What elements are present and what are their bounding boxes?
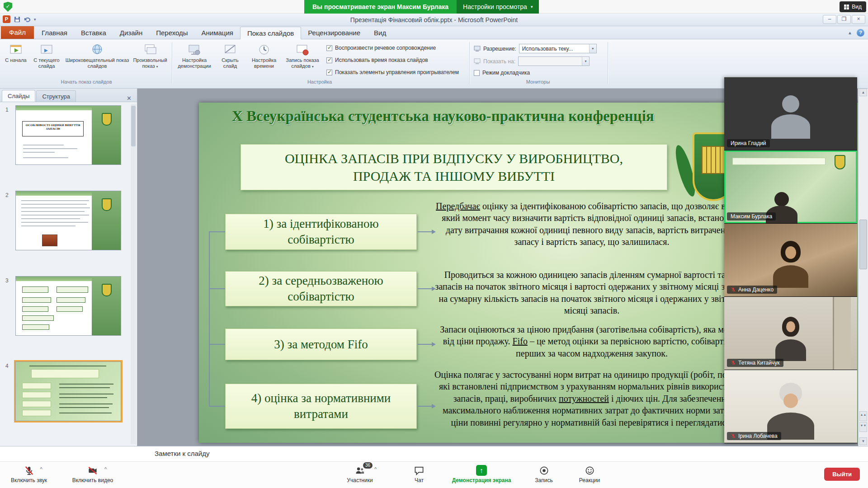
scroll-up-icon[interactable]: ▲ (859, 89, 867, 96)
method-description-3[interactable]: Запаси оцінюються за ціною придбання (за… (434, 324, 750, 359)
show-on-select[interactable]: ▾ (518, 56, 590, 66)
editor-scrollbar[interactable]: ▲ ▲▲ ▼▼ ▼ (858, 89, 868, 446)
broadcast-slideshow-button[interactable]: Широковещательный показ слайдов (65, 41, 129, 69)
arrow-right-icon (418, 406, 432, 407)
arrow-right-icon (418, 288, 432, 289)
unmute-button[interactable]: ^ Включить звук (2, 465, 56, 483)
close-panel-icon[interactable]: ✕ (123, 95, 135, 102)
next-slide-button[interactable]: ▼▼ (859, 422, 867, 432)
save-icon[interactable] (14, 16, 20, 23)
slide-header-title[interactable]: X Всеукраїнська студентська науково-прак… (208, 108, 678, 125)
view-options-dropdown[interactable]: Настройки просмотра ▾ (457, 0, 539, 14)
participant-tile-2-active-speaker[interactable]: Максим Бурлака (724, 150, 857, 224)
restore-button[interactable]: ❐ (837, 15, 851, 24)
from-current-slide-button[interactable]: С текущего слайда (29, 41, 64, 69)
thumb-decor (29, 366, 106, 366)
scroll-down-icon[interactable]: ▼ (859, 437, 867, 445)
custom-show-icon (143, 43, 157, 56)
checkbox-play-narrations[interactable]: Воспроизвести речевое сопровождение (326, 45, 436, 51)
slide-thumbnail-1[interactable]: ОСОБЛИВОСТІ ОЦІНКИ ВИБУТТЯ ЗАПАСІВ (15, 105, 121, 165)
close-button[interactable]: × (852, 15, 865, 24)
thumb-decor (59, 387, 110, 388)
hide-slide-button[interactable]: Скрыть слайд (215, 41, 245, 69)
reactions-button[interactable]: Реакции (574, 465, 605, 483)
thumb-emblem (102, 198, 112, 211)
undo-icon[interactable] (24, 16, 30, 23)
person-silhouette (774, 192, 789, 206)
custom-slideshow-button[interactable]: Произвольный показ ▾ (130, 41, 170, 70)
participants-button[interactable]: 36 ^ Участники (335, 465, 385, 483)
start-video-button[interactable]: ^ Включить видео (66, 465, 119, 483)
group-divider (172, 42, 172, 84)
viewing-screen-label: Вы просматриваете экран Максим Бурлака (304, 0, 457, 14)
chat-button[interactable]: Чат (406, 465, 433, 483)
view-button[interactable]: Вид (840, 1, 866, 12)
method-box-3[interactable]: 3) за методом Fifo (225, 328, 417, 360)
slide-thumbnail-2[interactable] (15, 191, 121, 250)
participant-tile-5[interactable]: Ірина Лобачева (724, 370, 857, 443)
tab-slideshow[interactable]: Показ слайдов (240, 27, 301, 39)
tab-review[interactable]: Рецензирование (301, 27, 367, 39)
checkbox-icon (326, 45, 332, 51)
minimize-button[interactable]: – (823, 15, 836, 24)
participant-tile-3[interactable]: Анна Даценко (724, 224, 857, 297)
thumb-decor (23, 148, 77, 149)
previous-slide-button[interactable]: ▲▲ (859, 411, 867, 421)
checkbox-use-timings[interactable]: Использовать время показа слайдов (326, 57, 428, 63)
slide-title-box[interactable]: ОЦІНКА ЗАПАСІВ ПРИ ВІДПУСКУ У ВИРОБНИЦТВ… (241, 144, 667, 190)
thumb-decor (21, 204, 87, 205)
record-slideshow-button[interactable]: Запись показа слайдов ▾ (283, 41, 322, 70)
tab-insert[interactable]: Вставка (74, 27, 113, 39)
chevron-down-icon: ▾ (531, 0, 533, 14)
tab-view[interactable]: Вид (367, 27, 393, 39)
thumb-emblem (102, 113, 112, 126)
thumb-decor (23, 145, 64, 145)
from-beginning-button[interactable]: С начала (4, 41, 28, 63)
method-description-2[interactable]: Проводиться за кожною одиницею запасів д… (434, 269, 750, 317)
checkbox-icon (326, 57, 332, 63)
rehearse-timings-button[interactable]: Настройка времени (247, 41, 281, 69)
minimize-ribbon-icon[interactable]: ▲ (848, 30, 852, 35)
leave-meeting-button[interactable]: Выйти (824, 468, 860, 481)
notes-area[interactable]: Заметки к слайду (0, 446, 868, 461)
tab-slides[interactable]: Слайды (2, 90, 35, 102)
zoom-toolbar: ^ Включить звук ^ Включить видео 36 ^ Уч… (0, 461, 868, 488)
share-screen-button[interactable]: ↑ Демонстрация экрана (445, 465, 518, 483)
method-description-4[interactable]: Оцінка полягає у застосуванні норм витра… (434, 369, 750, 428)
help-icon[interactable]: ? (857, 29, 864, 37)
setup-show-button[interactable]: Настройка демонстрации (175, 41, 213, 69)
tab-file[interactable]: Файл (1, 26, 34, 39)
method-box-1[interactable]: 1) за ідентифікованою собівартістю (225, 214, 417, 250)
chevron-up-icon[interactable]: ^ (40, 466, 42, 472)
method-box-4[interactable]: 4) оцінка за нормативними витратами (225, 384, 417, 429)
tab-outline[interactable]: Структура (36, 90, 76, 102)
record-button[interactable]: Запись (530, 465, 557, 483)
tab-animations[interactable]: Анимация (195, 27, 240, 39)
slide-thumbnail-3[interactable] (15, 276, 121, 336)
slide-thumbnail-4-active[interactable] (15, 361, 121, 421)
resolution-select[interactable]: Использовать теку... ▾ (519, 44, 597, 53)
record-icon (539, 465, 549, 476)
slides-panel-scrollbar[interactable] (131, 104, 136, 444)
smiley-icon (585, 465, 595, 476)
slides-panel-tabs: Слайды Структура ✕ (0, 89, 137, 102)
arrow-right-icon (418, 231, 432, 232)
scrollbar-thumb[interactable] (859, 220, 867, 269)
checkbox-show-media-controls[interactable]: Показать элементы управления проигрывате… (326, 69, 459, 75)
participant-tile-1[interactable]: Ирина Гладий (724, 77, 857, 150)
thumb-image (42, 235, 57, 246)
chevron-up-icon[interactable]: ^ (374, 466, 377, 472)
checkbox-presenter-view[interactable]: Режим докладчика (474, 70, 530, 76)
qat-dropdown-icon[interactable]: ▾ (34, 17, 36, 22)
chevron-up-icon[interactable]: ^ (104, 466, 107, 472)
tab-home[interactable]: Главная (35, 27, 74, 39)
powerpoint-app-icon[interactable]: P (3, 15, 10, 23)
tab-design[interactable]: Дизайн (113, 27, 149, 39)
participant-tile-4[interactable]: Тетяна Китайчук (724, 297, 857, 370)
group-divider (469, 42, 470, 84)
connector-line (209, 232, 210, 406)
scrollbar-thumb[interactable] (131, 106, 136, 146)
tab-transitions[interactable]: Переходы (149, 27, 194, 39)
method-box-2[interactable]: 2) за середньозваженою собівартістю (225, 271, 417, 306)
resolution-label: Разрешение: (483, 46, 516, 52)
